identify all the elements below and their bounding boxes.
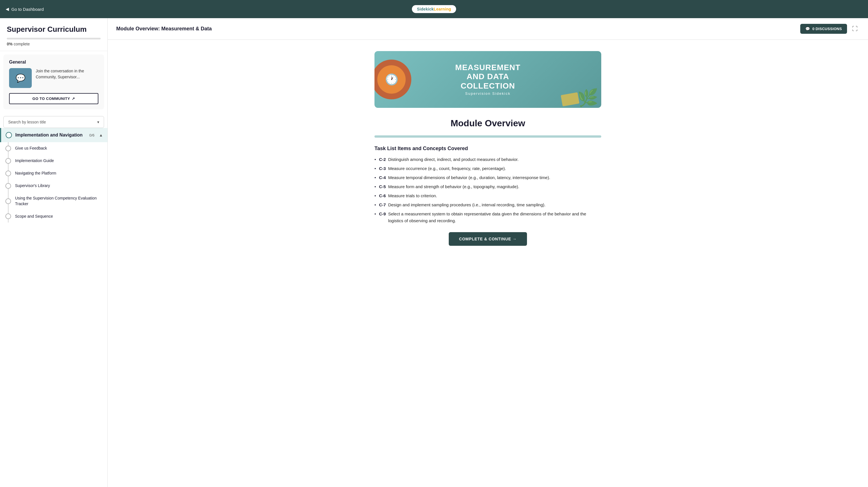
task-code: C-3 [379,165,386,172]
list-item: C-7 Design and implement sampling proced… [374,201,601,208]
search-placeholder-text: Search by lesson title [8,120,46,124]
general-label: General [9,60,98,65]
progress-bar-container [7,38,101,39]
content-header: Module Overview: Measurement & Data 💬 0 … [108,18,868,40]
list-item: C-4 Measure temporal dimensions of behav… [374,174,601,181]
module-header-left: Implementation and Navigation [6,132,83,138]
task-code: C-5 [379,183,386,190]
content-body: 🕐 MEASUREMENT AND DATA COLLECTION Superv… [108,40,868,487]
task-code: C-6 [379,193,386,199]
complete-button-label: COMPLETE & CONTINUE → [459,237,517,241]
banner-line1: MEASUREMENT [455,63,521,72]
list-item[interactable]: Using the Supervision Competency Evaluat… [8,192,107,210]
general-section: General 💬 Join the conversation in the C… [3,55,104,109]
fullscreen-button[interactable]: ⛶ [850,24,860,34]
lesson-name: Supervisor's Library [15,183,50,189]
lesson-name: Navigating the Platform [15,171,56,176]
banner-subtitle: Supervision Sidekick [455,92,521,96]
lesson-name: Using the Supervision Competency Evaluat… [15,196,103,207]
task-code: C-4 [379,174,386,181]
task-text: Measure form and strength of behavior (e… [388,183,519,190]
header-right: 💬 0 DISCUSSIONS ⛶ [800,24,860,34]
lesson-items: Give us Feedback Implementation Guide Na… [8,142,107,223]
list-item[interactable]: Supervisor's Library [8,180,107,192]
task-code: C-2 [379,156,386,163]
progress-suffix: complete [13,42,30,46]
lesson-dot [5,146,11,151]
task-section-title: Task List Items and Concepts Covered [374,146,601,151]
complete-button-section: COMPLETE & CONTINUE → [119,227,857,257]
task-text: Distinguish among direct, indirect, and … [388,156,519,163]
task-text: Measure temporal dimensions of behavior … [388,174,550,181]
module-circle [6,132,12,138]
task-list: C-2 Distinguish among direct, indirect, … [374,156,601,224]
lesson-dot [5,171,11,176]
lesson-list: Implementation and Navigation 0/6 ▲ Give… [0,128,107,223]
lesson-dot [5,213,11,219]
progress-percent: 0% [7,42,12,46]
lesson-dot [5,183,11,189]
module-header-right: 0/6 ▲ [89,133,103,137]
logo-text-teal: Sidekick [417,7,434,11]
discussions-button[interactable]: 💬 0 DISCUSSIONS [800,24,847,34]
list-item[interactable]: Give us Feedback [8,142,107,155]
task-code: C-7 [379,201,386,208]
go-to-dashboard-link[interactable]: ◀ Go to Dashboard [6,6,44,12]
brand-logo: SidekickLearning [412,5,456,13]
logo-text-yellow: Learning [434,7,451,11]
list-item[interactable]: Navigating the Platform [8,167,107,180]
banner-yellow-shape [561,92,580,107]
task-code: C-9 [379,210,386,224]
banner-right-decor: 🌿 [577,88,598,108]
content-area: Module Overview: Measurement & Data 💬 0 … [108,18,868,487]
main-layout: Supervisor Curriculum 0% complete Genera… [0,18,868,487]
search-section: Search by lesson title ▾ [0,113,107,128]
list-item: C-9 Select a measurement system to obtai… [374,210,601,224]
lesson-search-dropdown[interactable]: Search by lesson title ▾ [3,116,104,128]
lesson-name: Implementation Guide [15,158,54,164]
chevron-up-icon: ▲ [99,133,103,137]
community-card: 💬 Join the conversation in the Community… [9,68,98,88]
content-header-title: Module Overview: Measurement & Data [116,26,212,32]
list-item: C-2 Distinguish among direct, indirect, … [374,156,601,163]
lesson-name: Scope and Sequence [15,214,53,219]
fullscreen-icon: ⛶ [852,26,858,32]
chevron-down-icon: ▾ [97,120,99,124]
task-text: Select a measurement system to obtain re… [388,210,601,224]
module-header[interactable]: Implementation and Navigation 0/6 ▲ [0,128,107,142]
banner-left-circle: 🕐 [374,60,411,99]
community-text: Join the conversation in the Community, … [36,68,98,80]
back-arrow-icon: ◀ [6,6,9,12]
discussions-label: 0 DISCUSSIONS [812,27,842,31]
go-to-community-button[interactable]: GO TO COMMUNITY ↗ [9,93,98,104]
banner-text: MEASUREMENT AND DATA COLLECTION Supervis… [455,63,521,96]
lesson-dot [5,158,11,164]
task-section: Task List Items and Concepts Covered C-2… [374,146,601,224]
task-text: Measure trials to criterion. [388,193,437,199]
banner-image: 🕐 MEASUREMENT AND DATA COLLECTION Superv… [374,51,601,108]
sidebar: Supervisor Curriculum 0% complete Genera… [0,18,108,487]
clock-icon: 🕐 [385,73,398,86]
module-title: Implementation and Navigation [15,132,83,138]
list-item: C-5 Measure form and strength of behavio… [374,183,601,190]
task-text: Measure occurrence (e.g., count, frequen… [388,165,506,172]
complete-and-continue-button[interactable]: COMPLETE & CONTINUE → [449,232,527,246]
list-item[interactable]: Scope and Sequence [8,210,107,223]
chat-bubble-icon: 💬 [805,27,810,31]
lesson-name: Give us Feedback [15,146,47,151]
task-text: Design and implement sampling procedures… [388,201,546,208]
progress-text: 0% complete [7,42,101,46]
community-icon: 💬 [9,68,32,88]
sidebar-header: Supervisor Curriculum 0% complete [0,18,107,51]
community-button-label: GO TO COMMUNITY [32,96,70,101]
list-item: C-6 Measure trials to criterion. [374,193,601,199]
banner-line3: COLLECTION [455,82,521,90]
lesson-dot [5,198,11,204]
external-link-icon: ↗ [72,96,75,101]
banner-line2: AND DATA [455,72,521,81]
sidebar-title: Supervisor Curriculum [7,25,101,34]
back-label: Go to Dashboard [11,7,44,12]
banner-inner-circle: 🕐 [377,65,406,94]
list-item[interactable]: Implementation Guide [8,155,107,167]
navbar: ◀ Go to Dashboard SidekickLearning [0,0,868,18]
